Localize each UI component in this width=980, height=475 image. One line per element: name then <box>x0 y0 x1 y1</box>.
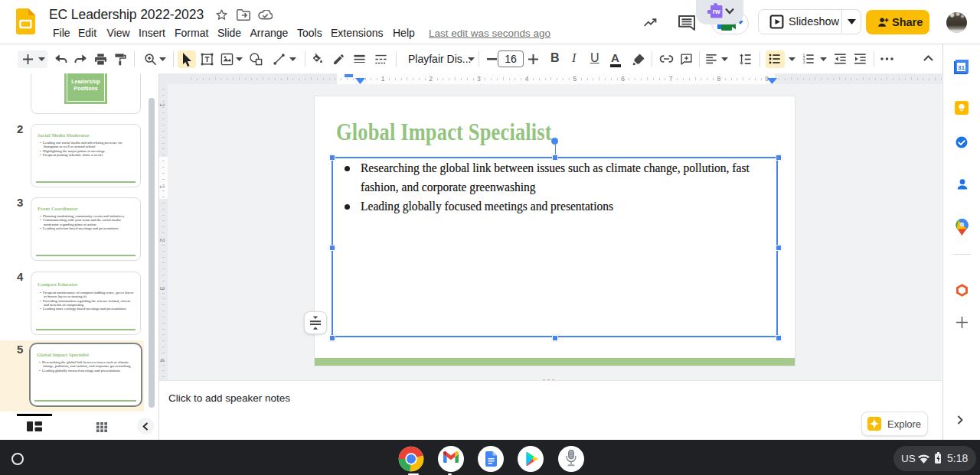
svg-text:rw: rw <box>713 8 720 15</box>
svg-text:3: 3 <box>803 60 805 64</box>
svg-text:31: 31 <box>958 64 965 71</box>
